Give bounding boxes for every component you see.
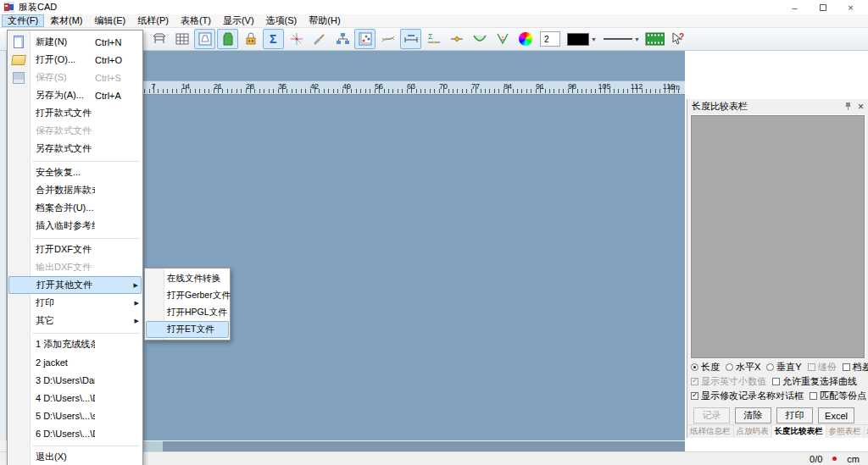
panel-option[interactable]: 匹配等份点 <box>810 390 866 402</box>
file-menu-item[interactable]: 打开款式文件 <box>8 104 142 122</box>
menubar-item[interactable]: 帮助(H) <box>303 14 346 27</box>
menubar-item[interactable]: 表格(T) <box>175 14 217 27</box>
app-icon <box>3 2 14 13</box>
point-measure-icon[interactable] <box>446 29 467 49</box>
panel-close-icon[interactable]: × <box>858 102 864 111</box>
panel-option[interactable]: 显示英寸小数值 <box>691 375 766 388</box>
app-window: 服装CAD – × 文件(F)素材(M)编辑(E)纸样(P)表格(T)显示(V)… <box>0 0 868 465</box>
file-menu-item[interactable]: 1 添加充绒线条会自动恢复 <box>8 335 142 353</box>
restore-button[interactable] <box>809 1 837 14</box>
left-toolbar-strip <box>0 51 7 440</box>
curve-v-icon[interactable] <box>492 29 513 49</box>
file-menu-item[interactable]: 档案合并(U)... <box>8 199 142 217</box>
file-menu-item[interactable]: 打印 <box>8 294 142 312</box>
panel-option[interactable]: 档差 <box>843 361 868 374</box>
measure-icon[interactable] <box>400 29 421 49</box>
submenu-item[interactable]: 打开HPGL文件 <box>145 304 230 321</box>
panel-option[interactable]: 垂直Y <box>766 361 801 374</box>
file-menu-item[interactable]: 插入临时参考纸样 <box>8 217 142 235</box>
curve-chart-icon[interactable] <box>377 29 398 49</box>
menubar-item[interactable]: 素材(M) <box>44 14 89 27</box>
file-menu-item[interactable]: 3 D:\Users\Daniel\Desktop\JACKET <box>8 371 142 389</box>
file-menu-item[interactable]: 2 jacket <box>8 353 142 371</box>
horizontal-scrollbar[interactable] <box>142 441 685 451</box>
file-menu-item[interactable]: 合并数据库款式 <box>8 181 142 199</box>
menubar-item[interactable]: 文件(F) <box>2 14 44 27</box>
submenu-item[interactable]: 打开Gerber文件 <box>145 287 230 304</box>
panel-header: 长度比较表栏 × <box>687 99 868 113</box>
menu-item-icon <box>8 55 30 65</box>
menubar-item[interactable]: 编辑(E) <box>89 14 132 27</box>
file-menu-item[interactable]: 打开(O)... Ctrl+O <box>8 51 142 69</box>
ruler-label: 77 <box>459 82 492 91</box>
panel-option[interactable]: 显示修改记录名称对话框 <box>691 390 804 402</box>
file-menu-item[interactable]: 保存(S) Ctrl+S <box>8 69 142 86</box>
tree-icon[interactable] <box>331 29 353 49</box>
file-menu-item[interactable] <box>8 158 142 163</box>
ruler-label: 105 <box>588 82 620 91</box>
file-menu-item[interactable]: 另存款式文件 <box>8 140 142 158</box>
panel-option[interactable]: 允许重复选择曲线 <box>772 375 857 388</box>
menubar-item[interactable]: 纸样(P) <box>131 14 175 27</box>
color-wheel-icon[interactable] <box>515 29 536 49</box>
grid-table-icon[interactable] <box>171 29 192 49</box>
menubar-item[interactable]: 显示(V) <box>217 14 260 27</box>
sum-icon[interactable]: Σ <box>263 29 284 49</box>
file-menu-item[interactable] <box>8 442 142 448</box>
submenu-item[interactable]: 在线文件转换 <box>145 270 230 287</box>
menubar-item[interactable]: 选项(S) <box>260 14 303 27</box>
panel-tab[interactable]: 长度比较表栏 <box>772 425 826 438</box>
submenu-item[interactable]: 打开ET文件 <box>146 321 229 338</box>
file-menu-item[interactable]: 4 D:\Users\...\Desktop\JACKET-2 <box>8 389 142 407</box>
line-width-input[interactable]: 2 <box>540 31 560 47</box>
curve-u-icon[interactable] <box>469 29 490 49</box>
file-menu-item[interactable]: 打开DXF文件 <box>8 241 142 258</box>
plot-table-icon[interactable] <box>148 29 170 49</box>
film-icon[interactable] <box>644 29 665 49</box>
ruler-label: 49 <box>331 82 363 91</box>
panel-button[interactable]: 打印 <box>776 407 813 423</box>
file-menu-item[interactable]: 输出DXF文件 <box>8 258 142 276</box>
scrollbar-thumb[interactable] <box>142 441 163 451</box>
file-menu-item[interactable]: 另存为(A)... Ctrl+A <box>8 86 142 104</box>
file-menu-item[interactable]: 安全恢复... <box>8 163 142 181</box>
ruler-label: 98 <box>556 82 588 91</box>
panel-title: 长度比较表栏 <box>692 100 748 113</box>
panel-button[interactable]: 记录 <box>693 407 730 423</box>
pattern-window-icon[interactable] <box>194 29 215 49</box>
minimize-button[interactable]: – <box>781 1 809 14</box>
panel-tab[interactable]: 参照表栏 <box>826 425 865 438</box>
line-color-swatch[interactable]: ▼ <box>565 33 599 46</box>
file-menu-item[interactable] <box>8 235 142 241</box>
panel-option[interactable]: 长度 <box>691 361 720 374</box>
ruler-label: 21 <box>202 82 234 91</box>
panel-button[interactable]: 清除 <box>735 407 771 423</box>
panel-option[interactable]: 水平X <box>726 361 760 374</box>
lock-icon[interactable] <box>240 29 261 49</box>
help-cursor-icon[interactable]: ? <box>667 29 688 49</box>
scatter-chart-icon[interactable] <box>354 29 376 49</box>
panel-tab[interactable]: 款式图栏 <box>865 425 868 438</box>
panel-button[interactable]: Excel <box>818 407 854 423</box>
file-menu-item[interactable]: 6 D:\Users\...\Desktop\11111111 <box>8 424 142 442</box>
file-menu-item[interactable]: 保存款式文件 <box>8 122 142 140</box>
brush-icon[interactable] <box>309 29 330 49</box>
file-menu-item[interactable]: 退出(X) <box>8 448 142 465</box>
svg-text:Σ: Σ <box>428 32 433 41</box>
file-menu-item[interactable]: 5 D:\Users\...\sliken sewing <box>8 407 142 424</box>
file-menu: 新建(N) Ctrl+N 打开(O)... Ctrl+O 保存(S) Ctrl+… <box>7 30 143 465</box>
pin-icon[interactable] <box>844 102 852 111</box>
panel-tab[interactable]: 纸样信息栏 <box>687 425 734 438</box>
file-menu-item[interactable]: 新建(N) Ctrl+N <box>8 33 142 51</box>
file-menu-item[interactable]: 打开其他文件 <box>8 276 142 294</box>
panel-option[interactable]: 缝份 <box>808 361 837 374</box>
file-menu-item[interactable] <box>8 329 142 335</box>
align-lines-icon[interactable] <box>286 29 307 49</box>
ruler-label: 91 <box>524 82 556 91</box>
line-style-select[interactable]: ▼ <box>601 36 643 42</box>
panel-tab[interactable]: 点放码表 <box>734 425 772 438</box>
sum-measure-icon[interactable]: Σ <box>423 29 444 49</box>
close-button[interactable]: × <box>837 1 865 14</box>
file-menu-item[interactable]: 其它 <box>8 312 142 329</box>
piece-icon[interactable] <box>217 29 238 49</box>
